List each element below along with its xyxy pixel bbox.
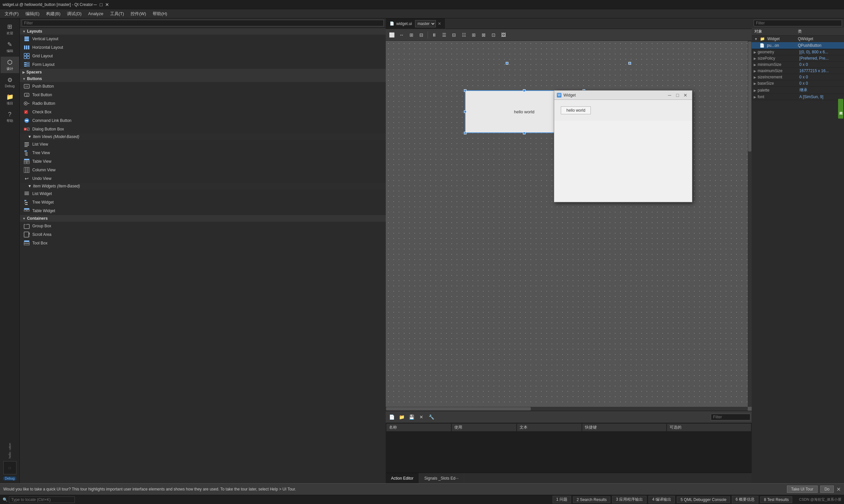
geometry-expand[interactable]: ▶	[754, 50, 756, 54]
prop-max-size-value[interactable]: 16777215 x 16...	[797, 68, 844, 74]
sidebar-item-help[interactable]: ? 帮助	[1, 109, 19, 125]
sidebar-item-edit[interactable]: ✎ 编辑	[1, 39, 19, 55]
canvas-btn-6[interactable]: ☰	[440, 30, 449, 39]
canvas-btn-9[interactable]: ⊞	[469, 30, 478, 39]
tab-action-editor[interactable]: Action Editor	[386, 473, 419, 484]
sidebar-item-debug[interactable]: ⚙ Debug	[1, 74, 19, 90]
widget-undo-view[interactable]: ↩ Undo View	[20, 174, 386, 183]
handle-ml[interactable]	[464, 110, 466, 113]
palette-expand[interactable]: ▶	[754, 89, 756, 92]
action-btn-new[interactable]: 📄	[387, 412, 396, 422]
sidebar-item-design[interactable]: ⬡ 设计	[1, 57, 19, 73]
status-tab-compile[interactable]: 4 编译输出	[649, 496, 675, 503]
widget-filter-input[interactable]	[22, 20, 384, 26]
prop-base-size-value[interactable]: 0 x 0	[797, 80, 844, 87]
maxsize-expand[interactable]: ▶	[754, 69, 756, 73]
action-btn-open[interactable]: 📁	[397, 412, 406, 422]
float-maximize-btn[interactable]: □	[674, 92, 682, 99]
canvas-btn-2[interactable]: ↔	[397, 30, 406, 39]
widget-form-layout[interactable]: Form Layout	[20, 60, 386, 69]
section-layouts[interactable]: ▼ Layouts	[20, 28, 386, 35]
canvas-btn-4[interactable]: ⊟	[417, 30, 426, 39]
widget-check-box[interactable]: ✓ Check Box	[20, 108, 386, 116]
float-close-btn[interactable]: ✕	[682, 92, 689, 99]
float-minimize-btn[interactable]: ─	[666, 92, 674, 99]
font-expand[interactable]: ▶	[754, 95, 756, 99]
status-tab-search[interactable]: 2 Search Results	[573, 497, 610, 503]
status-tab-qml-debug[interactable]: 5 QML Debugger Console	[677, 497, 730, 503]
prop-geometry-value[interactable]: [(0, 0), 800 x 6...	[797, 49, 844, 55]
prop-min-size-value[interactable]: 0 x 0	[797, 61, 844, 68]
handle-bl[interactable]	[464, 132, 466, 134]
widget-tree-widget[interactable]: Tree Widget	[20, 198, 386, 206]
tab-signals-slots[interactable]: Signals _Slots Ed···	[419, 473, 464, 484]
widget-dialog-button-box[interactable]: ✕✓ Dialog Button Box	[20, 125, 386, 133]
handle-top-right2[interactable]	[628, 62, 631, 65]
obj-filter-input[interactable]	[754, 20, 842, 26]
widget-tool-button[interactable]: ⚙ Tool Button	[20, 91, 386, 99]
widget-column-view[interactable]: Column View	[20, 166, 386, 174]
handle-top-right[interactable]	[506, 62, 509, 65]
canvas-btn-3[interactable]: ⊞	[407, 30, 416, 39]
canvas-btn-10[interactable]: ⊠	[479, 30, 488, 39]
minimize-button[interactable]: ─	[93, 2, 98, 7]
widget-table-widget[interactable]: Table Widget	[20, 206, 386, 215]
widget-scroll-area[interactable]: Scroll Area	[20, 230, 386, 239]
sizeincrement-expand[interactable]: ▶	[754, 75, 756, 79]
tab-widget-ui[interactable]: 📄 widget.ui master ✕	[386, 18, 445, 29]
status-tab-app-output[interactable]: 3 应用程序输出	[612, 496, 647, 503]
canvas-btn-8[interactable]: ☷	[459, 30, 468, 39]
menu-analyze[interactable]: Analyze	[85, 10, 106, 17]
widget-list-view[interactable]: List View	[20, 140, 386, 148]
sidebar-item-project[interactable]: 📁 项目	[1, 91, 19, 108]
do-button[interactable]: Do	[820, 486, 834, 493]
action-btn-save[interactable]: 💾	[407, 412, 416, 422]
action-filter-input[interactable]	[711, 414, 751, 420]
float-widget-window[interactable]: W Widget ─ □ ✕ hello world	[554, 90, 692, 202]
prop-size-policy-value[interactable]: [Preferred, Pre...	[797, 55, 844, 61]
minsize-expand[interactable]: ▶	[754, 63, 756, 67]
widget-group-box[interactable]: Grp Group Box	[20, 222, 386, 230]
widget-radio-button[interactable]: Radio Button	[20, 99, 386, 108]
menu-file[interactable]: 文件(F)	[1, 10, 22, 18]
widget-list-widget[interactable]: List Widget	[20, 190, 386, 198]
section-item-widgets[interactable]: ▼ Item Widgets (Item-Based)	[20, 183, 386, 190]
menu-build[interactable]: 构建(B)	[43, 10, 64, 18]
maximize-button[interactable]: □	[99, 2, 104, 7]
handle-tl[interactable]	[464, 89, 466, 92]
obj-row-widget[interactable]: ▼ 📁 Widget QWidget	[752, 36, 844, 42]
widget-grid-layout[interactable]: Grid Layout	[20, 52, 386, 60]
canvas-scrollbar-thumb-v[interactable]	[748, 41, 751, 151]
canvas-btn-1[interactable]: ⬜	[387, 30, 396, 39]
canvas-scrollbar-thumb-h[interactable]	[386, 407, 531, 411]
prop-palette-value[interactable]: 继承	[797, 87, 844, 94]
widget-tree-view[interactable]: Tree View	[20, 148, 386, 157]
canvas-area[interactable]: hello world	[386, 41, 752, 411]
canvas-btn-5[interactable]: ⏸	[430, 30, 439, 39]
section-containers[interactable]: ▼ Containers	[20, 215, 386, 222]
float-hello-world-button[interactable]: hello world	[561, 106, 591, 114]
widget-horizontal-layout[interactable]: Horizontal Layout	[20, 43, 386, 52]
widget-push-button[interactable]: OK Push Button	[20, 82, 386, 91]
notification-close-button[interactable]: ✕	[837, 486, 841, 492]
widget-command-link[interactable]: ➡ Command Link Button	[20, 116, 386, 125]
obj-row-pushbutton[interactable]: 📄 pu...on QPushButton	[752, 42, 844, 49]
handle-tm[interactable]	[523, 89, 526, 92]
widget-vertical-layout[interactable]: Vertical Layout	[20, 35, 386, 43]
prop-size-increment-value[interactable]: 0 x 0	[797, 74, 844, 80]
section-item-views[interactable]: ▼ Item Views (Model-Based)	[20, 133, 386, 140]
status-tab-overview[interactable]: 6 概要信息	[732, 496, 758, 503]
sizepolicy-expand[interactable]: ▶	[754, 57, 756, 60]
status-tab-issues[interactable]: 1 问题	[553, 496, 571, 503]
widget-tool-box[interactable]: Tool Box	[20, 239, 386, 247]
menu-help[interactable]: 帮助(H)	[149, 10, 170, 18]
action-btn-tools[interactable]: 🔧	[427, 412, 436, 422]
canvas-btn-11[interactable]: ⊡	[489, 30, 498, 39]
take-ui-tour-button[interactable]: Take UI Tour	[787, 486, 817, 493]
canvas-btn-7[interactable]: ⊟	[449, 30, 459, 39]
canvas-btn-12[interactable]: 🖼	[499, 30, 508, 39]
status-tab-test[interactable]: 8 Test Results	[760, 497, 792, 503]
menu-controls[interactable]: 控件(W)	[127, 10, 149, 18]
menu-debug[interactable]: 调试(D)	[64, 10, 85, 18]
action-btn-delete[interactable]: ✕	[417, 412, 426, 422]
